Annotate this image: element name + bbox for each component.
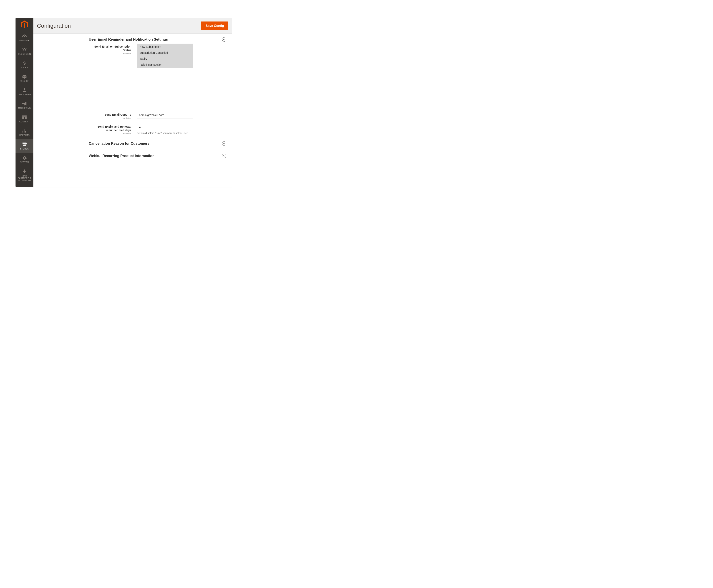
config-form: User Email Reminder and Notification Set… <box>34 34 232 187</box>
field-scope: [website] <box>89 132 131 135</box>
expand-toggle[interactable] <box>222 154 226 158</box>
chevron-down-icon <box>223 143 225 145</box>
sidebar-item-label: FIND PARTNERS & EXTENSIONS <box>16 175 33 182</box>
megaphone-icon <box>22 101 27 106</box>
sidebar-item-label: SYSTEM <box>20 161 29 164</box>
sidebar-item-system[interactable]: SYSTEM <box>16 153 34 166</box>
page-title: Configuration <box>37 23 71 29</box>
sidebar-item-partners[interactable]: FIND PARTNERS & EXTENSIONS <box>16 166 34 185</box>
sidebar-item-content[interactable]: CONTENT <box>16 112 34 126</box>
sidebar-item-marketing[interactable]: MARKETING <box>16 99 34 112</box>
bar-chart-icon <box>22 128 27 133</box>
multiselect-option[interactable]: New Subscription <box>137 44 193 50</box>
blocks-icon <box>22 169 27 174</box>
sidebar-item-recurring[interactable]: RECURRING <box>16 45 34 58</box>
collapse-toggle[interactable] <box>222 37 226 42</box>
content-pane: Configuration Save Config User Email Rem… <box>34 18 232 187</box>
page-header: Configuration Save Config <box>34 18 232 34</box>
sidebar-item-label: CATALOG <box>20 80 29 82</box>
section-title: Cancellation Reason for Customers <box>89 142 149 146</box>
reminder-days-input[interactable] <box>137 124 193 130</box>
box-icon <box>22 74 27 79</box>
field-label: Send Email on Subscription Status <box>89 45 131 52</box>
field-subscription-status: Send Email on Subscription Status [websi… <box>89 44 226 107</box>
field-reminder-days: Send Expiry and Renewal reminder mail da… <box>89 124 226 135</box>
subscription-status-multiselect[interactable]: New Subscription Subscription Cancelled … <box>137 44 193 107</box>
sidebar-item-label: REPORTS <box>20 134 30 136</box>
storefront-icon <box>22 142 27 147</box>
field-label: Send Email Copy To <box>89 113 131 117</box>
sidebar-item-label: SALES <box>21 66 28 69</box>
magento-logo[interactable] <box>16 18 34 31</box>
layout-icon <box>22 115 27 120</box>
recurring-icon <box>22 47 27 52</box>
email-copy-to-input[interactable] <box>137 112 193 119</box>
sidebar-item-label: DASHBOARD <box>18 39 31 42</box>
sidebar-item-sales[interactable]: SALES <box>16 58 34 72</box>
section-heading-email-reminder[interactable]: User Email Reminder and Notification Set… <box>89 34 226 44</box>
section-title: User Email Reminder and Notification Set… <box>89 37 168 42</box>
sidebar-item-label: MARKETING <box>18 107 30 109</box>
viewport: DASHBOARD RECURRING SALES CATALOG CUSTOM… <box>0 0 239 197</box>
sidebar-item-dashboard[interactable]: DASHBOARD <box>16 31 34 45</box>
gear-icon <box>22 155 27 161</box>
save-config-button[interactable]: Save Config <box>201 21 229 30</box>
sidebar-item-label: RECURRING <box>18 53 31 55</box>
field-label: Send Expiry and Renewal reminder mail da… <box>89 125 131 132</box>
app-window: DASHBOARD RECURRING SALES CATALOG CUSTOM… <box>16 18 232 187</box>
section-heading-cancellation[interactable]: Cancellation Reason for Customers <box>89 137 226 148</box>
sidebar-item-reports[interactable]: REPORTS <box>16 126 34 139</box>
person-icon <box>22 88 27 93</box>
sidebar-item-label: CUSTOMERS <box>18 93 31 96</box>
multiselect-option[interactable]: Failed Transaction <box>137 62 193 68</box>
expand-toggle[interactable] <box>222 141 226 146</box>
multiselect-option[interactable]: Subscription Cancelled <box>137 50 193 56</box>
gauge-icon <box>22 34 27 39</box>
stage-background: DASHBOARD RECURRING SALES CATALOG CUSTOM… <box>4 4 234 193</box>
admin-sidebar: DASHBOARD RECURRING SALES CATALOG CUSTOM… <box>16 18 34 187</box>
section-heading-product-info[interactable]: Webkul Recurring Product Information <box>89 148 226 161</box>
sidebar-item-catalog[interactable]: CATALOG <box>16 72 34 85</box>
sidebar-item-label: CONTENT <box>19 121 29 123</box>
section-title: Webkul Recurring Product Information <box>89 154 155 158</box>
multiselect-option[interactable]: Expiry <box>137 56 193 62</box>
dollar-icon <box>22 61 27 66</box>
field-email-copy-to: Send Email Copy To [website] <box>89 112 226 119</box>
field-help-text: Set email before "Days" you want to set … <box>137 131 193 135</box>
sidebar-item-stores[interactable]: STORES <box>16 139 34 153</box>
chevron-up-icon <box>223 38 225 40</box>
field-scope: [website] <box>89 52 131 55</box>
field-scope: [website] <box>89 117 131 119</box>
sidebar-item-customers[interactable]: CUSTOMERS <box>16 85 34 99</box>
chevron-down-icon <box>223 155 225 157</box>
sidebar-item-label: STORES <box>20 148 29 150</box>
